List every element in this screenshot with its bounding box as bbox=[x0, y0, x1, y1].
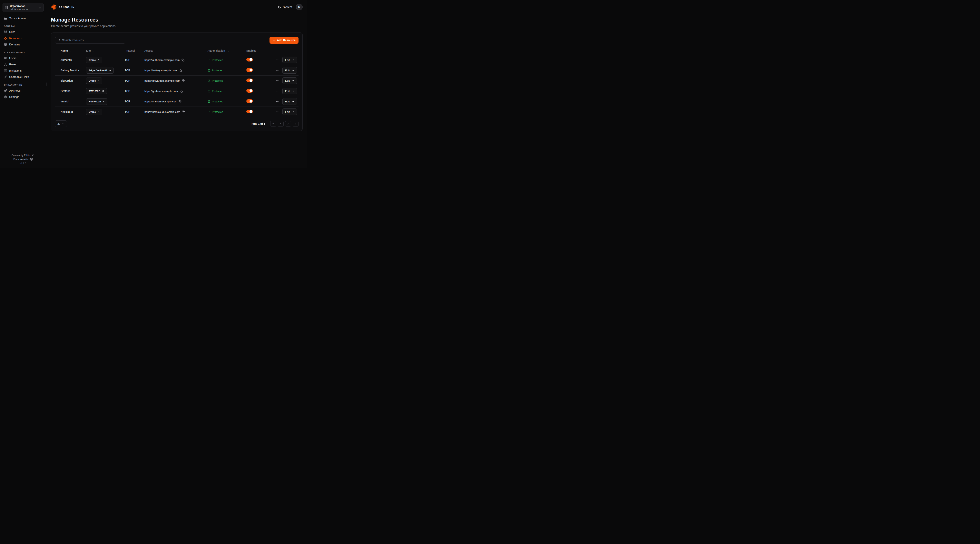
row-menu-button[interactable] bbox=[275, 89, 279, 93]
edit-button[interactable]: Edit bbox=[282, 88, 297, 94]
chevrons-left-icon bbox=[272, 122, 275, 125]
documentation-link[interactable]: Documentation bbox=[13, 158, 33, 161]
edit-button[interactable]: Edit bbox=[282, 108, 297, 115]
site-link[interactable]: Office bbox=[86, 57, 102, 63]
theme-label: System bbox=[283, 5, 292, 9]
sidebar-item-shareable-links[interactable]: Shareable Links bbox=[3, 74, 43, 80]
org-selector[interactable]: Organization milo@fossorial.io's ... bbox=[3, 3, 43, 12]
table-footer: 20 Page 1 of 1 bbox=[55, 121, 299, 127]
resources-card: Add Resource Name Site Protocol bbox=[51, 33, 302, 131]
copy-url-button[interactable] bbox=[181, 59, 185, 62]
site-link[interactable]: Office bbox=[86, 78, 102, 84]
pangolin-logo bbox=[51, 4, 57, 10]
copy-url-button[interactable] bbox=[182, 111, 185, 113]
sort-authentication-button[interactable]: Authentication bbox=[208, 49, 229, 52]
copy-url-button[interactable] bbox=[180, 90, 183, 93]
resource-name: Nextcloud bbox=[57, 110, 86, 113]
row-menu-button[interactable] bbox=[275, 58, 279, 62]
arrow-up-right-icon bbox=[102, 100, 105, 103]
resource-protocol: TCP bbox=[125, 79, 145, 82]
sort-name-button[interactable]: Name bbox=[60, 49, 72, 52]
first-page-button[interactable] bbox=[270, 121, 276, 127]
resource-url: https://grafana.example.com bbox=[145, 90, 178, 93]
shield-check-icon bbox=[208, 59, 210, 62]
section-heading-general: GENERAL bbox=[4, 25, 42, 27]
edit-button[interactable]: Edit bbox=[282, 57, 297, 63]
add-resource-button[interactable]: Add Resource bbox=[269, 36, 299, 44]
sidebar-nav: Server Admin GENERAL Sites Resources Do bbox=[3, 15, 43, 100]
enabled-toggle[interactable] bbox=[247, 79, 253, 82]
ellipsis-icon bbox=[276, 100, 279, 103]
search-icon bbox=[57, 39, 60, 42]
table-header: Name Site Protocol Access Authentication bbox=[55, 47, 299, 55]
edit-button[interactable]: Edit bbox=[282, 77, 297, 84]
last-page-button[interactable] bbox=[293, 121, 299, 127]
row-menu-button[interactable] bbox=[275, 68, 279, 72]
next-page-button[interactable] bbox=[285, 121, 291, 127]
column-header-protocol: Protocol bbox=[125, 49, 145, 52]
page-size-select[interactable]: 20 bbox=[55, 121, 67, 127]
page-head: Manage Resources Create secure proxies t… bbox=[51, 17, 302, 28]
enabled-toggle[interactable] bbox=[247, 99, 253, 103]
sidebar-item-api-keys[interactable]: API Keys bbox=[3, 87, 43, 94]
arrow-up-right-icon bbox=[97, 79, 100, 82]
prev-page-button[interactable] bbox=[278, 121, 283, 127]
book-open-icon bbox=[30, 158, 33, 161]
arrow-right-icon bbox=[291, 79, 294, 82]
resource-protocol: TCP bbox=[125, 59, 145, 62]
edit-button[interactable]: Edit bbox=[282, 67, 297, 74]
avatar[interactable]: M bbox=[296, 4, 302, 10]
site-link[interactable]: AWS VPC bbox=[86, 88, 107, 94]
chevrons-right-icon bbox=[294, 122, 297, 125]
copy-icon bbox=[180, 90, 183, 93]
site-link[interactable]: Office bbox=[86, 109, 102, 115]
sidebar: Organization milo@fossorial.io's ... Ser… bbox=[0, 0, 46, 168]
auth-status: Protected bbox=[212, 79, 223, 82]
sidebar-footer: Community Edition Documentation v1.7.0 bbox=[0, 151, 46, 168]
site-link[interactable]: Edge Device 01 bbox=[86, 67, 114, 74]
row-menu-button[interactable] bbox=[275, 79, 279, 82]
sidebar-resize-handle[interactable] bbox=[46, 82, 46, 86]
enabled-toggle[interactable] bbox=[247, 89, 253, 93]
topbar-right: System M bbox=[278, 4, 302, 10]
enabled-toggle[interactable] bbox=[247, 58, 253, 62]
search-input[interactable] bbox=[62, 38, 123, 42]
external-link-icon bbox=[32, 154, 35, 157]
sidebar-item-invitations[interactable]: Invitations bbox=[3, 68, 43, 74]
section-heading-access-control: ACCESS CONTROL bbox=[4, 51, 42, 54]
shield-check-icon bbox=[208, 79, 210, 82]
sidebar-item-roles[interactable]: Roles bbox=[3, 61, 43, 68]
sidebar-item-resources[interactable]: Resources bbox=[3, 35, 43, 41]
sidebar-item-sites[interactable]: Sites bbox=[3, 29, 43, 35]
resource-protocol: TCP bbox=[125, 69, 145, 72]
community-edition-link[interactable]: Community Edition bbox=[11, 154, 35, 157]
auth-status: Protected bbox=[212, 59, 223, 62]
shield-check-icon bbox=[208, 111, 210, 113]
sidebar-item-domains[interactable]: Domains bbox=[3, 41, 43, 48]
edit-button[interactable]: Edit bbox=[282, 98, 297, 105]
copy-url-button[interactable] bbox=[179, 69, 182, 72]
users-icon bbox=[4, 57, 7, 60]
sort-site-button[interactable]: Site bbox=[86, 49, 95, 52]
section-heading-organization: ORGANIZATION bbox=[4, 84, 42, 86]
site-link[interactable]: Home Lab bbox=[86, 98, 107, 105]
resource-protocol: TCP bbox=[125, 100, 145, 103]
sidebar-item-label: Resources bbox=[9, 36, 22, 40]
sidebar-item-server-admin[interactable]: Server Admin bbox=[3, 15, 43, 21]
enabled-toggle[interactable] bbox=[247, 109, 253, 113]
toggle-knob bbox=[250, 58, 253, 61]
sidebar-item-settings[interactable]: Settings bbox=[3, 94, 43, 100]
row-menu-button[interactable] bbox=[275, 100, 279, 103]
enabled-toggle[interactable] bbox=[247, 68, 253, 72]
sidebar-item-users[interactable]: Users bbox=[3, 55, 43, 61]
theme-toggle[interactable]: System bbox=[278, 5, 292, 9]
copy-url-button[interactable] bbox=[179, 100, 182, 103]
auth-status: Protected bbox=[212, 69, 223, 72]
link-icon bbox=[4, 75, 7, 79]
row-menu-button[interactable] bbox=[275, 110, 279, 114]
resource-url: https://authentik.example.com bbox=[145, 59, 180, 62]
resource-name: Bitwarden bbox=[57, 79, 86, 82]
copy-url-button[interactable] bbox=[182, 79, 185, 82]
gear-icon bbox=[4, 95, 7, 98]
brand: PANGOLIN bbox=[51, 4, 75, 10]
